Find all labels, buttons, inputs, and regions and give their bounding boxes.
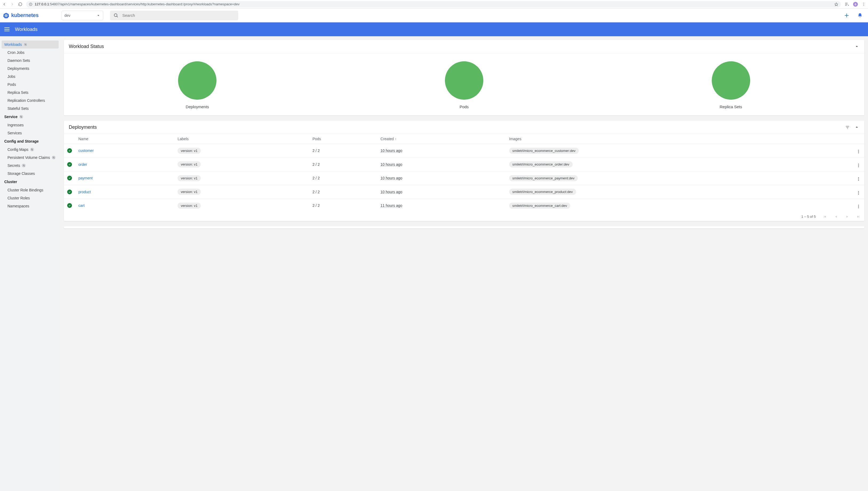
image-chip: smiletrl/micro_ecommerce_customer:dev [509, 148, 579, 154]
notifications-button[interactable] [855, 11, 865, 20]
namespace-select[interactable]: dev [62, 11, 103, 20]
label-chip: version: v1 [177, 203, 201, 209]
sidebar-item-secrets[interactable]: Secrets N [2, 162, 59, 170]
profile-avatar[interactable] [853, 2, 858, 7]
sidebar-item-namespaces[interactable]: Namespaces [2, 202, 59, 210]
sidebar-item-config-maps[interactable]: Config Maps N [2, 146, 59, 153]
page-first-button[interactable] [823, 214, 827, 219]
pods-value: 2 / 2 [309, 199, 377, 212]
page-last-button[interactable] [856, 214, 861, 219]
sidebar-item-jobs[interactable]: Jobs [2, 73, 59, 81]
svg-marker-20 [97, 15, 99, 16]
col-name[interactable]: Name [75, 134, 174, 144]
sidebar-item-workloads[interactable]: Workloads N [2, 40, 59, 49]
search-box[interactable] [110, 11, 238, 20]
row-actions-button[interactable] [856, 163, 861, 168]
sidebar-item-cron-jobs[interactable]: Cron Jobs [2, 49, 59, 57]
deployment-name-link[interactable]: cart [78, 203, 85, 208]
created-value: 11 hours ago [380, 203, 402, 208]
namespace-badge: N [30, 148, 34, 151]
star-icon[interactable] [834, 2, 838, 6]
bell-icon [857, 13, 863, 18]
deployments-table: Name Labels Pods Created↑ Images custome… [64, 134, 864, 212]
create-button[interactable] [842, 11, 851, 20]
deployment-name-link[interactable]: customer [78, 148, 94, 153]
sidebar-item-cluster-role-bindings[interactable]: Cluster Role Bindings [2, 186, 59, 194]
deployments-card: Deployments Name Labels Pods [64, 121, 864, 221]
sidebar-item-daemon-sets[interactable]: Daemon Sets [2, 57, 59, 64]
created-value: 10 hours ago [380, 190, 402, 194]
created-value: 10 hours ago [380, 148, 402, 153]
page-header: Workloads [0, 22, 868, 36]
row-actions-button[interactable] [856, 190, 861, 195]
sidebar-item-deployments[interactable]: Deployments [2, 64, 59, 73]
workload-status-title: Workload Status [69, 44, 104, 49]
col-labels[interactable]: Labels [174, 134, 309, 144]
playlist-icon[interactable] [844, 2, 849, 7]
row-actions-button[interactable] [856, 176, 861, 182]
svg-rect-8 [855, 4, 856, 5]
page-next-icon [845, 214, 849, 219]
logo-text: kubernetes [11, 12, 39, 19]
sidebar-item-storage-classes[interactable]: Storage Classes [2, 170, 59, 177]
sidebar-item-replication-controllers[interactable]: Replication Controllers [2, 96, 59, 105]
url-host: 127.0.0.1 [35, 2, 49, 6]
collapse-toggle[interactable] [855, 44, 860, 49]
row-actions-button[interactable] [856, 149, 861, 154]
table-row: orderversion: v12 / 210 hours agosmiletr… [64, 157, 864, 171]
sidebar-section-config[interactable]: Config and Storage [2, 137, 59, 146]
svg-line-22 [116, 16, 118, 17]
col-created[interactable]: Created↑ [377, 134, 506, 144]
sidebar-section-service[interactable]: Service N [2, 113, 59, 121]
page-prev-button[interactable] [834, 214, 838, 219]
created-value: 10 hours ago [380, 176, 402, 180]
table-row: productversion: v12 / 210 hours agosmile… [64, 185, 864, 199]
col-images[interactable]: Images [506, 134, 852, 144]
sidebar-item-pvc[interactable]: Persistent Volume Claims N [2, 153, 59, 162]
collapse-toggle[interactable] [855, 125, 860, 130]
browser-chrome: 127.0.0.1:54807/api/v1/namespaces/kubern… [0, 0, 868, 8]
browser-menu-icon[interactable] [862, 2, 866, 6]
filter-button[interactable] [845, 125, 850, 130]
svg-point-10 [864, 4, 864, 4]
paginator: 1 – 5 of 5 [64, 212, 864, 221]
col-pods[interactable]: Pods [309, 134, 377, 144]
sidebar-section-cluster[interactable]: Cluster [2, 177, 59, 186]
sidebar-item-services[interactable]: Services [2, 129, 59, 137]
status-ok-icon [67, 190, 72, 194]
status-pie-replica-sets: Replica Sets [712, 61, 750, 109]
app-top-bar: kubernetes dev [0, 8, 868, 22]
deployment-name-link[interactable]: product [78, 190, 91, 194]
sidebar-item-pods[interactable]: Pods [2, 81, 59, 88]
chevron-down-icon [96, 13, 100, 17]
kubernetes-logo[interactable]: kubernetes [3, 12, 39, 19]
svg-point-9 [864, 3, 864, 3]
search-icon [113, 13, 119, 18]
namespace-badge: N [24, 42, 27, 47]
pie-icon [712, 61, 750, 100]
plus-icon [844, 12, 849, 19]
page-next-button[interactable] [845, 214, 849, 219]
svg-point-2 [31, 3, 31, 4]
created-value: 10 hours ago [380, 162, 402, 167]
browser-forward-button[interactable] [10, 2, 15, 6]
svg-point-11 [864, 5, 864, 6]
search-input[interactable] [122, 13, 235, 18]
page-last-icon [856, 214, 861, 219]
filter-icon [845, 125, 850, 130]
browser-address-bar[interactable]: 127.0.0.1:54807/api/v1/namespaces/kubern… [26, 1, 841, 7]
browser-reload-button[interactable] [18, 2, 22, 6]
page-first-icon [823, 214, 827, 219]
sidebar-item-replica-sets[interactable]: Replica Sets [2, 88, 59, 96]
next-card-peek [64, 226, 864, 228]
deployment-name-link[interactable]: payment [78, 176, 93, 180]
sidebar-item-cluster-roles[interactable]: Cluster Roles [2, 194, 59, 202]
namespace-badge: N [22, 164, 26, 167]
pods-value: 2 / 2 [309, 157, 377, 171]
sidebar-item-ingresses[interactable]: Ingresses [2, 121, 59, 129]
browser-back-button[interactable] [2, 2, 6, 6]
sidebar-item-stateful-sets[interactable]: Stateful Sets [2, 105, 59, 113]
row-actions-button[interactable] [856, 204, 861, 209]
deployment-name-link[interactable]: order [78, 162, 87, 167]
menu-toggle-button[interactable] [4, 27, 9, 32]
